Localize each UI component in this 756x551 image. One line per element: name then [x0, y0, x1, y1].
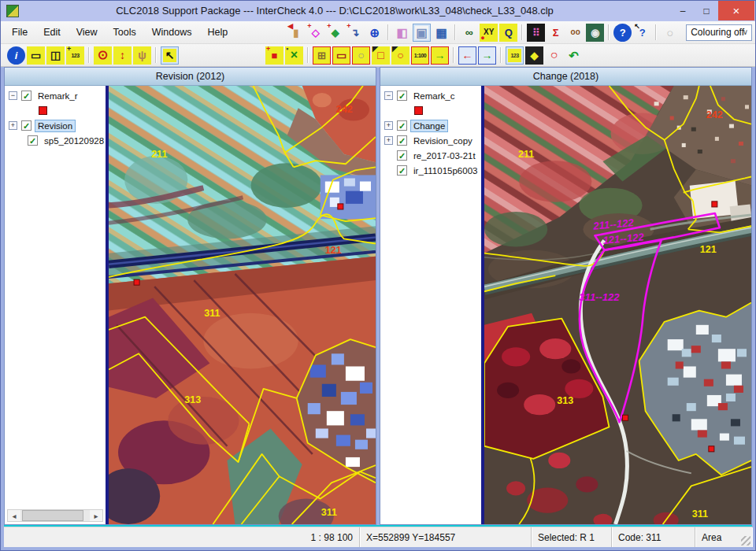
- layer-row-revision-copy[interactable]: + ✓ Revision_copy: [380, 133, 481, 148]
- layer-label-selected[interactable]: Revision: [35, 120, 75, 131]
- layer-row-sp5[interactable]: ✓ sp5_20120928: [5, 133, 106, 148]
- goto-next-icon[interactable]: →: [431, 46, 449, 65]
- previous-view-icon[interactable]: ←: [458, 46, 476, 65]
- scroll-left-button[interactable]: ◂: [8, 510, 20, 521]
- show-codes-icon[interactable]: 123: [506, 46, 524, 65]
- select-rect-icon[interactable]: □◤: [372, 46, 390, 65]
- measure-area-icon[interactable]: ◫: [46, 46, 65, 65]
- remark-marker[interactable]: [712, 202, 717, 207]
- window-layout-icon[interactable]: ◧: [393, 24, 411, 42]
- expand-icon[interactable]: +: [384, 136, 393, 145]
- select-arrow-icon[interactable]: ↖: [161, 46, 179, 65]
- maximize-button[interactable]: □: [695, 1, 718, 20]
- scroll-thumb[interactable]: [22, 510, 83, 521]
- layer-row-revision[interactable]: + ✓ Revision: [5, 118, 106, 133]
- menu-view[interactable]: View: [69, 24, 106, 41]
- minimize-button[interactable]: –: [671, 1, 695, 20]
- menu-edit[interactable]: Edit: [35, 24, 69, 41]
- query-window-icon[interactable]: Q: [499, 24, 517, 42]
- mask-icon[interactable]: ◆: [525, 46, 543, 65]
- statistics-icon[interactable]: Σ: [547, 24, 565, 42]
- rectangle-icon[interactable]: ▭: [332, 46, 350, 65]
- resize-grip-icon[interactable]: [741, 536, 750, 545]
- pan-hand-icon[interactable]: ψ: [133, 46, 151, 65]
- remark-marker[interactable]: [338, 204, 343, 209]
- open-clip-file-icon[interactable]: ▮◀: [287, 24, 305, 42]
- layer-label[interactable]: Remark_r: [35, 91, 80, 102]
- collapse-icon[interactable]: −: [384, 91, 393, 100]
- layer-row-re2017[interactable]: ✓ re_2017-03-21t: [380, 148, 481, 163]
- close-button[interactable]: ×: [718, 1, 754, 20]
- visibility-checkbox[interactable]: ✓: [397, 165, 407, 176]
- remark-marker[interactable]: [709, 446, 714, 452]
- remark-marker[interactable]: [623, 415, 628, 420]
- visibility-checkbox[interactable]: ✓: [21, 120, 32, 131]
- menu-help[interactable]: Help: [199, 24, 235, 41]
- layer-label[interactable]: ir_111015p6003: [411, 165, 480, 176]
- help-icon[interactable]: ?: [613, 24, 632, 42]
- scroll-right-button[interactable]: ▸: [90, 510, 102, 521]
- layer-label[interactable]: Remark_c: [411, 91, 457, 102]
- move-vertex-icon[interactable]: ↴+: [346, 24, 364, 42]
- layer-label[interactable]: sp5_20120928: [42, 135, 106, 146]
- collapse-icon[interactable]: −: [9, 91, 17, 100]
- change-map-canvas[interactable]: 242 211 121 313 311 211--122 121--122 31…: [484, 86, 751, 524]
- polygon-icon[interactable]: ○: [352, 46, 370, 65]
- add-area-icon[interactable]: ◆+: [326, 24, 344, 42]
- revision-layer-tree: − ✓ Remark_r + ✓ Revision ✓: [5, 86, 106, 524]
- menu-file[interactable]: File: [4, 24, 35, 41]
- layer-row-ir111015[interactable]: ✓ ir_111015p6003: [380, 163, 481, 178]
- count-icon[interactable]: 123+: [66, 46, 84, 65]
- measure-length-icon[interactable]: ▭: [27, 46, 45, 65]
- visibility-checkbox[interactable]: ✓: [28, 135, 38, 146]
- zoom-extent-icon[interactable]: ↕: [113, 46, 132, 65]
- add-remark-icon[interactable]: ■+: [265, 46, 284, 65]
- visibility-checkbox[interactable]: ✓: [397, 91, 407, 101]
- code-label: 311: [204, 308, 220, 319]
- layer-label[interactable]: Revision_copy: [411, 135, 475, 146]
- flash-boundary-icon[interactable]: ○: [545, 46, 563, 65]
- snapshot-camera-icon[interactable]: ◉: [586, 24, 604, 42]
- menu-windows[interactable]: Windows: [144, 24, 200, 41]
- expand-icon[interactable]: +: [9, 121, 17, 130]
- globe-icon[interactable]: ⊕: [365, 24, 384, 42]
- visibility-checkbox[interactable]: ✓: [21, 91, 32, 101]
- layer-label[interactable]: re_2017-03-21t: [411, 150, 478, 161]
- layer-label-selected[interactable]: Change: [411, 120, 447, 131]
- add-change-polygon-icon[interactable]: ◇+: [306, 24, 324, 42]
- copy-polygon-icon[interactable]: ⊞: [313, 46, 331, 65]
- status-selected: Selected: R 1: [532, 527, 612, 547]
- main-menu: FileEditViewToolsWindowsHelp: [4, 24, 235, 41]
- code-label: 242: [706, 109, 723, 120]
- visibility-checkbox[interactable]: ✓: [397, 135, 407, 146]
- zoom-window-icon[interactable]: ⊙: [94, 46, 112, 65]
- find-binoculars-icon[interactable]: ∞: [460, 24, 478, 42]
- xy-position-icon[interactable]: XY●: [480, 24, 498, 42]
- expand-icon[interactable]: +: [384, 121, 393, 130]
- legend-row: [5, 103, 106, 118]
- code-label: 211: [151, 149, 167, 160]
- change-map-view[interactable]: 242 211 121 313 311 211--122 121--122 31…: [481, 86, 751, 524]
- select-region-icon[interactable]: ○◤: [391, 46, 410, 65]
- layer-row-change[interactable]: + ✓ Change: [380, 118, 481, 133]
- undo-icon[interactable]: ↶: [565, 46, 583, 65]
- legend-colors-icon[interactable]: ⠿: [527, 24, 545, 42]
- next-view-icon[interactable]: →: [478, 46, 496, 65]
- visibility-checkbox[interactable]: ✓: [397, 120, 407, 131]
- revision-map-view[interactable]: 242 211 121 311 313 311: [106, 86, 376, 524]
- revision-map-canvas[interactable]: 242 211 121 311 313 311: [109, 86, 376, 524]
- context-help-icon[interactable]: ?↖: [633, 24, 651, 42]
- window-preview-icon[interactable]: ▣: [413, 24, 431, 42]
- tree-horizontal-scrollbar[interactable]: ◂ ▸: [7, 509, 103, 522]
- info-icon[interactable]: i: [7, 46, 25, 65]
- review-glasses-icon[interactable]: oo: [566, 24, 584, 42]
- scale-1-100-icon[interactable]: 1:100: [411, 46, 429, 65]
- layer-row-remark-r[interactable]: − ✓ Remark_r: [5, 88, 106, 103]
- delete-remark-icon[interactable]: ×▪: [285, 46, 303, 65]
- menu-tools[interactable]: Tools: [106, 24, 144, 41]
- colouring-dropdown[interactable]: Colouring off ∨: [686, 24, 752, 41]
- remark-marker[interactable]: [134, 279, 139, 285]
- attribute-table-icon[interactable]: ▦: [432, 24, 450, 42]
- layer-row-remark-c[interactable]: − ✓ Remark_c: [380, 88, 481, 103]
- visibility-checkbox[interactable]: ✓: [397, 150, 407, 161]
